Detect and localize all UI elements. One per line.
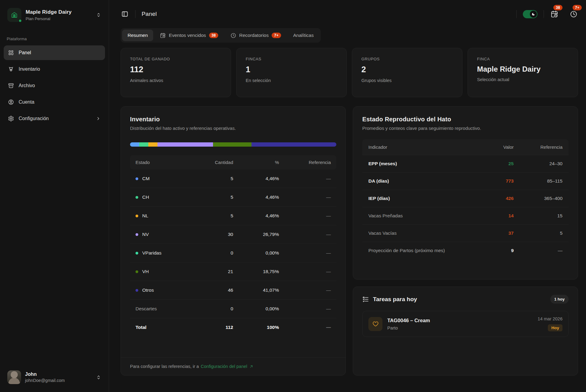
row-label: Vacas Preñadas — [368, 213, 477, 219]
inventory-row-nl: NL 5 4,46% — — [130, 207, 336, 225]
divider — [135, 10, 136, 18]
stat-label: FINCAS — [246, 57, 337, 61]
clock-icon — [230, 33, 236, 38]
tab-badge: 7+ — [272, 33, 281, 38]
tab-recordatorios[interactable]: Recordatorios 7+ — [225, 30, 287, 41]
inventory-distribution-bar — [130, 142, 336, 147]
dashboard-tabs: Resumen Eventos vencidos 38 Recordatorio… — [121, 28, 321, 43]
row-qty: 0 — [200, 306, 233, 312]
row-label: CH — [142, 194, 149, 200]
tab-label: Analíticas — [293, 33, 314, 38]
sidebar-item-panel[interactable]: Panel — [4, 45, 105, 60]
tab-badge: 38 — [209, 33, 218, 38]
tab-eventos-vencidos[interactable]: Eventos vencidos 38 — [154, 30, 223, 41]
reminders-button[interactable]: 7+ — [569, 10, 578, 19]
org-logo — [7, 8, 21, 22]
chevrons-up-down-icon — [96, 12, 101, 18]
row-ref: — — [514, 248, 562, 253]
bar-segment-NL — [148, 142, 157, 147]
inventory-row-nv: NV 30 26,79% — — [130, 225, 336, 244]
status-dot — [136, 196, 138, 199]
user-circle-icon — [8, 99, 14, 105]
row-pct: 26,79% — [233, 232, 279, 237]
col-valor: Valor — [477, 144, 514, 150]
stat-label: TOTAL DE GANADO — [130, 57, 222, 61]
tab-label: Eventos vencidos — [169, 33, 206, 38]
divider — [544, 10, 544, 18]
col-estado: Estado — [136, 160, 200, 165]
row-pct: 0,00% — [233, 306, 279, 312]
overdue-events-button[interactable]: 38 — [550, 10, 559, 19]
sidebar-item-configuracion[interactable]: Configuración — [4, 111, 105, 126]
sidebar-item-archivo[interactable]: Archivo — [4, 78, 105, 93]
row-value: 9 — [477, 248, 514, 253]
repro-subtitle: Promedios y conteos clave para seguimien… — [362, 126, 569, 131]
tab-label: Recordatorios — [239, 33, 269, 38]
avatar — [7, 370, 21, 384]
task-icon-tile — [368, 317, 382, 331]
inventory-table-header: Estado Cantidad % Referencia — [130, 155, 336, 169]
repro-row-prenadas: Vacas Preñadas 14 15 — [362, 207, 569, 225]
user-name: John — [25, 372, 92, 377]
cow-icon — [8, 66, 14, 72]
task-item[interactable]: TAG0046 – Cream Parto 14 mar 2026 Hoy — [362, 311, 569, 337]
row-value: 37 — [477, 230, 514, 236]
row-value: 25 — [477, 161, 514, 166]
inventory-row-total: Total 112 100% — — [130, 318, 336, 337]
user-menu[interactable]: John johnDoe@gmail.com — [4, 368, 104, 387]
row-ref: — — [279, 269, 331, 274]
row-label: Proyección de Partos (próximo mes) — [368, 248, 477, 253]
tab-analiticas[interactable]: Analíticas — [288, 30, 319, 41]
tasks-card: Tareas para hoy 1 hoy TAG0046 – Cream — [353, 287, 578, 376]
link-label: Configuración del panel — [201, 364, 247, 369]
footer-text: Para configurar las referencias, ir a — [130, 364, 199, 369]
row-label: Total — [136, 325, 146, 330]
sidebar-section-label: Plataforma — [7, 37, 102, 41]
topbar: Panel 38 — [109, 0, 586, 28]
archive-icon — [8, 83, 14, 89]
row-label: Descartes — [136, 306, 157, 312]
sidebar-item-cuenta[interactable]: Cuenta — [4, 95, 105, 109]
repro-row-epp: EPP (meses) 25 24–30 — [362, 155, 569, 173]
dark-mode-toggle[interactable] — [523, 10, 537, 18]
tab-resumen[interactable]: Resumen — [122, 30, 153, 41]
repro-table-header: Indicador Valor Referencia — [362, 139, 569, 155]
right-column: Estado Reproductivo del Hato Promedios y… — [353, 106, 578, 376]
stat-card-grupos: GRUPOS 2 Grupos visibles — [352, 48, 462, 97]
row-pct: 4,46% — [233, 194, 279, 200]
task-subtitle: Parto — [387, 326, 533, 330]
status-dot — [136, 177, 138, 180]
panel-config-link[interactable]: Configuración del panel — [201, 364, 254, 369]
row-qty: 46 — [200, 287, 233, 293]
bar-segment-Otros — [251, 142, 336, 147]
row-pct: 41,07% — [233, 287, 279, 293]
chevron-right-icon — [96, 116, 101, 121]
row-qty: 30 — [200, 232, 233, 237]
sidebar-item-inventario[interactable]: Inventario — [4, 62, 105, 77]
inventory-title: Inventario — [130, 116, 336, 123]
sidebar-toggle-button[interactable] — [121, 10, 129, 18]
row-label: NV — [142, 232, 149, 237]
stat-sub: Grupos visibles — [361, 78, 453, 83]
row-qty: 21 — [200, 269, 233, 274]
row-qty: 0 — [200, 250, 233, 256]
calendar-clock-icon — [160, 33, 166, 38]
stat-value: 1 — [246, 65, 337, 74]
stat-value: 2 — [361, 65, 453, 74]
stat-sub: Animales activos — [130, 78, 222, 83]
row-ref: — — [279, 176, 331, 181]
org-name: Maple Ridge Dairy — [26, 9, 92, 15]
inventory-row-ch: CH 5 4,46% — — [130, 188, 336, 207]
row-ref: 365–400 — [514, 196, 562, 201]
org-switcher[interactable]: Maple Ridge Dairy Plan Personal — [4, 5, 104, 24]
row-ref: — — [279, 306, 331, 312]
repro-row-proyeccion: Proyección de Partos (próximo mes) 9 — — [362, 242, 569, 259]
stat-card-finca: FINCA Maple Ridge Dairy Selección actual — [468, 48, 578, 97]
row-ref: 15 — [514, 213, 562, 219]
inventory-row-descartes: Descartes 0 0,00% — — [130, 300, 336, 318]
barn-icon — [11, 11, 18, 19]
row-value: 14 — [477, 213, 514, 219]
tasks-count-badge: 1 hoy — [550, 295, 569, 304]
sidebar-item-label: Archivo — [19, 83, 35, 88]
row-qty: 5 — [200, 194, 233, 200]
